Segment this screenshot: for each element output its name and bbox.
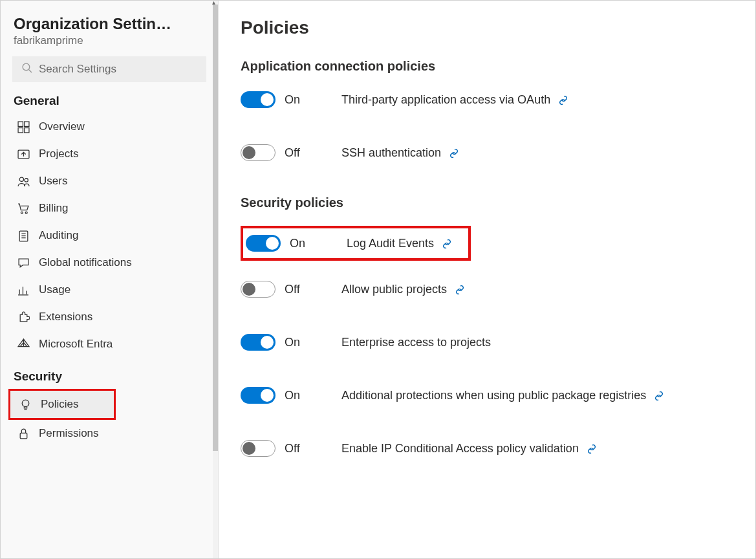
search-placeholder: Search Settings <box>39 63 116 76</box>
sidebar-item-global-notifications[interactable]: Global notifications <box>8 249 214 276</box>
policy-label: SSH authentication <box>341 146 459 160</box>
link-icon[interactable] <box>442 239 451 248</box>
policy-row-public-projects: Off Allow public projects <box>241 279 733 300</box>
entra-icon <box>17 338 30 351</box>
puzzle-icon <box>17 311 30 323</box>
nav-label: Billing <box>39 202 68 215</box>
sidebar-section-general: General <box>14 94 205 108</box>
svg-point-7 <box>19 177 23 181</box>
sidebar-item-auditing[interactable]: Auditing <box>8 222 214 249</box>
sidebar-org-name: fabrikamprime <box>14 34 205 47</box>
bulb-icon <box>19 399 32 411</box>
scrollbar-thumb[interactable] <box>213 5 218 451</box>
policy-row-oauth: On Third-party application access via OA… <box>241 89 733 110</box>
lock-icon <box>17 428 30 440</box>
comment-icon <box>17 257 30 269</box>
folder-up-icon <box>17 148 30 160</box>
sidebar-item-users[interactable]: Users <box>8 168 214 195</box>
policy-row-enterprise-access: On Enterprise access to projects <box>241 332 733 353</box>
toggle-state: Off <box>285 146 341 160</box>
link-icon[interactable] <box>455 285 464 294</box>
group-title-security-policies: Security policies <box>241 195 733 210</box>
nav-label: Projects <box>39 148 78 160</box>
policy-label: Allow public projects <box>341 283 464 296</box>
link-icon[interactable] <box>559 96 568 105</box>
sidebar-item-microsoft-entra[interactable]: Microsoft Entra <box>8 331 214 358</box>
nav-label: Auditing <box>39 229 78 242</box>
toggle-state: Off <box>285 442 341 455</box>
nav-label: Overview <box>39 120 85 133</box>
policy-row-log-audit-events: On Log Audit Events <box>241 226 471 261</box>
sidebar: ▴ Organization Settin… fabrikamprime Sea… <box>1 1 219 558</box>
link-icon[interactable] <box>587 444 596 454</box>
link-icon[interactable] <box>449 149 459 158</box>
sidebar-item-permissions[interactable]: Permissions <box>8 420 214 447</box>
nav-label: Global notifications <box>39 256 132 269</box>
policy-row-package-registries: On Additional protections when using pub… <box>241 385 733 406</box>
group-title-app-connection: Application connection policies <box>241 59 733 74</box>
toggle-package-registries[interactable] <box>241 387 275 404</box>
nav-label: Permissions <box>39 427 99 440</box>
svg-line-1 <box>29 70 32 72</box>
svg-point-8 <box>25 178 28 181</box>
nav-label: Extensions <box>39 311 92 323</box>
search-icon <box>21 62 32 76</box>
chart-icon <box>17 284 30 296</box>
svg-rect-4 <box>18 127 23 132</box>
svg-point-19 <box>22 400 29 407</box>
main-content: Policies Application connection policies… <box>219 1 755 558</box>
sidebar-title: Organization Settin… <box>14 15 205 33</box>
clipboard-icon <box>17 230 30 242</box>
toggle-state: On <box>285 93 341 107</box>
policy-row-ip-conditional-access: Off Enable IP Conditional Access policy … <box>241 438 733 459</box>
svg-rect-21 <box>20 433 27 438</box>
grid-icon <box>17 121 30 133</box>
toggle-state: On <box>285 336 341 349</box>
sidebar-item-projects[interactable]: Projects <box>8 140 214 168</box>
users-icon <box>17 175 30 188</box>
svg-rect-2 <box>18 122 23 126</box>
svg-point-10 <box>25 212 27 214</box>
policy-label: Enterprise access to projects <box>341 336 491 349</box>
svg-point-0 <box>23 63 30 71</box>
svg-rect-3 <box>25 122 29 126</box>
toggle-state: On <box>290 237 347 250</box>
toggle-state: Off <box>285 283 341 296</box>
toggle-ssh[interactable] <box>241 144 275 161</box>
toggle-public-projects[interactable] <box>241 281 275 298</box>
policy-row-ssh: Off SSH authentication <box>241 142 733 163</box>
svg-rect-5 <box>25 127 29 132</box>
cart-icon <box>17 203 30 215</box>
toggle-state: On <box>285 389 341 402</box>
link-icon[interactable] <box>654 391 664 400</box>
toggle-oauth[interactable] <box>241 91 275 108</box>
svg-point-9 <box>21 212 23 214</box>
sidebar-item-usage[interactable]: Usage <box>8 276 214 303</box>
nav-label: Policies <box>41 398 79 411</box>
nav-label: Usage <box>39 283 70 296</box>
toggle-enterprise-access[interactable] <box>241 334 275 351</box>
sidebar-item-overview[interactable]: Overview <box>8 113 214 140</box>
policy-label: Log Audit Events <box>347 237 451 250</box>
page-title: Policies <box>241 17 733 38</box>
sidebar-section-security: Security <box>14 369 205 384</box>
toggle-log-audit[interactable] <box>246 235 281 252</box>
sidebar-item-policies[interactable]: Policies <box>8 389 116 420</box>
sidebar-item-extensions[interactable]: Extensions <box>8 303 214 331</box>
nav-label: Microsoft Entra <box>39 338 113 351</box>
sidebar-item-billing[interactable]: Billing <box>8 195 214 222</box>
policy-label: Additional protections when using public… <box>341 389 664 402</box>
policy-label: Enable IP Conditional Access policy vali… <box>341 442 596 455</box>
scrollbar-track[interactable]: ▴ <box>213 1 218 558</box>
toggle-ip-conditional[interactable] <box>241 440 275 457</box>
nav-label: Users <box>39 175 67 188</box>
policy-label: Third-party application access via OAuth <box>341 93 568 107</box>
search-input[interactable]: Search Settings <box>12 56 206 82</box>
